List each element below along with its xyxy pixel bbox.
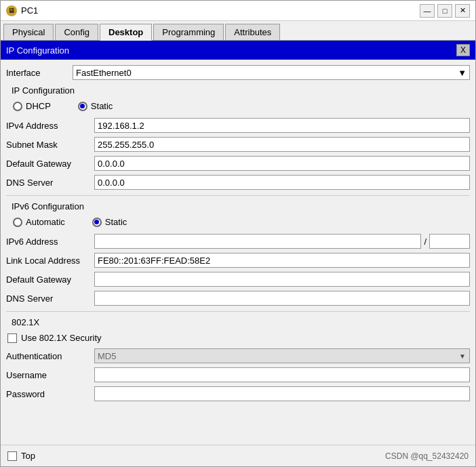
tab-desktop[interactable]: Desktop (100, 24, 152, 41)
authentication-chevron-icon: ▼ (456, 349, 469, 363)
interface-row: Interface FastEthernet0 ▼ (6, 65, 470, 80)
ipv4-section-title: IP Configuration (6, 85, 470, 96)
authentication-value: MD5 (95, 351, 456, 361)
footer: Top CSDN @qq_52432420 (1, 445, 475, 466)
default-gateway-row: Default Gateway (6, 156, 470, 171)
window-controls: — □ ✕ (420, 4, 470, 18)
use-8021x-row: Use 802.1X Security (6, 333, 470, 343)
maximize-button[interactable]: □ (437, 4, 452, 18)
ipv4-address-input[interactable] (94, 118, 470, 133)
minimize-button[interactable]: — (420, 4, 435, 18)
main-window: 🖥 PC1 — □ ✕ Physical Config Desktop Prog… (0, 0, 476, 467)
authentication-select[interactable]: MD5 ▼ (94, 348, 470, 363)
ipv6-slash: / (421, 237, 429, 247)
close-window-button[interactable]: ✕ (455, 4, 470, 18)
default-gateway6-row: Default Gateway (6, 272, 470, 287)
automatic-radio[interactable]: Automatic (13, 217, 65, 227)
username-input[interactable] (94, 367, 470, 382)
ipv6-address-row: IPv6 Address / (6, 234, 470, 249)
default-gateway-label: Default Gateway (6, 159, 94, 169)
link-local-label: Link Local Address (6, 256, 94, 266)
subnet-mask-row: Subnet Mask (6, 137, 470, 152)
tab-physical[interactable]: Physical (3, 24, 54, 40)
dns-server6-row: DNS Server (6, 291, 470, 306)
subnet-mask-input[interactable] (94, 137, 470, 152)
password-row: Password (6, 386, 470, 401)
window-title: PC1 (21, 5, 38, 16)
subnet-mask-label: Subnet Mask (6, 140, 94, 150)
use-8021x-label: Use 802.1X Security (21, 333, 102, 343)
link-local-input[interactable] (94, 253, 470, 268)
authentication-label: Authentication (6, 351, 94, 361)
ipv4-address-label: IPv4 Address (6, 121, 94, 131)
dhcp-radio[interactable]: DHCP (13, 101, 51, 111)
title-bar: 🖥 PC1 — □ ✕ (1, 1, 475, 21)
dhcp-radio-circle (13, 102, 22, 111)
tab-attributes[interactable]: Attributes (225, 24, 280, 40)
authentication-row: Authentication MD5 ▼ (6, 348, 470, 363)
dns-server-input[interactable] (94, 175, 470, 190)
dhcp-label: DHCP (26, 101, 51, 111)
ip-config-header: IP Configuration X (1, 41, 475, 60)
chevron-down-icon: ▼ (458, 68, 467, 78)
static-label: Static (91, 101, 113, 111)
use-8021x-checkbox[interactable] (7, 333, 17, 343)
username-row: Username (6, 367, 470, 382)
dns-server6-label: DNS Server (6, 293, 94, 304)
ip-config-close-button[interactable]: X (456, 44, 470, 56)
form-area: Interface FastEthernet0 ▼ IP Configurati… (1, 60, 475, 445)
password-label: Password (6, 389, 94, 399)
ipv6-section-title: IPv6 Configuration (6, 201, 470, 211)
tab-programming[interactable]: Programming (153, 24, 224, 40)
ipv4-address-row: IPv4 Address (6, 118, 470, 133)
title-bar-left: 🖥 PC1 (6, 5, 38, 16)
interface-select[interactable]: FastEthernet0 ▼ (73, 65, 470, 80)
automatic-label: Automatic (26, 217, 65, 227)
link-local-row: Link Local Address (6, 253, 470, 268)
default-gateway-input[interactable] (94, 156, 470, 171)
ipv6-radio-row: Automatic Static (6, 217, 470, 227)
top-checkbox[interactable] (7, 451, 17, 461)
automatic-radio-circle (13, 218, 22, 227)
footer-left: Top (7, 451, 35, 461)
static6-label: Static (105, 217, 127, 227)
ipv6-address-label: IPv6 Address (6, 237, 94, 247)
static6-radio[interactable]: Static (92, 217, 127, 227)
password-input[interactable] (94, 386, 470, 401)
static6-radio-circle (92, 218, 102, 227)
authentication-select-wrapper: MD5 ▼ (94, 348, 470, 363)
static-radio[interactable]: Static (78, 101, 113, 111)
ipv6-prefix-input[interactable] (429, 234, 470, 249)
default-gateway6-input[interactable] (94, 272, 470, 287)
ipv4-radio-row: DHCP Static (6, 101, 470, 111)
static-radio-circle (78, 102, 87, 111)
username-label: Username (6, 370, 94, 380)
interface-label: Interface (6, 68, 67, 78)
top-label: Top (21, 451, 35, 461)
ip-config-title: IP Configuration (6, 45, 69, 56)
dns-server6-input[interactable] (94, 291, 470, 306)
dns-server-label: DNS Server (6, 178, 94, 188)
default-gateway6-label: Default Gateway (6, 275, 94, 285)
watermark: CSDN @qq_52432420 (385, 451, 469, 461)
8021x-section-title: 802.1X (6, 317, 470, 327)
content-area: IP Configuration X Interface FastEtherne… (1, 41, 475, 445)
ipv6-address-input[interactable] (94, 234, 421, 249)
tab-bar: Physical Config Desktop Programming Attr… (1, 21, 475, 41)
app-icon: 🖥 (6, 5, 17, 16)
dns-server-row: DNS Server (6, 175, 470, 190)
tab-config[interactable]: Config (55, 24, 98, 40)
